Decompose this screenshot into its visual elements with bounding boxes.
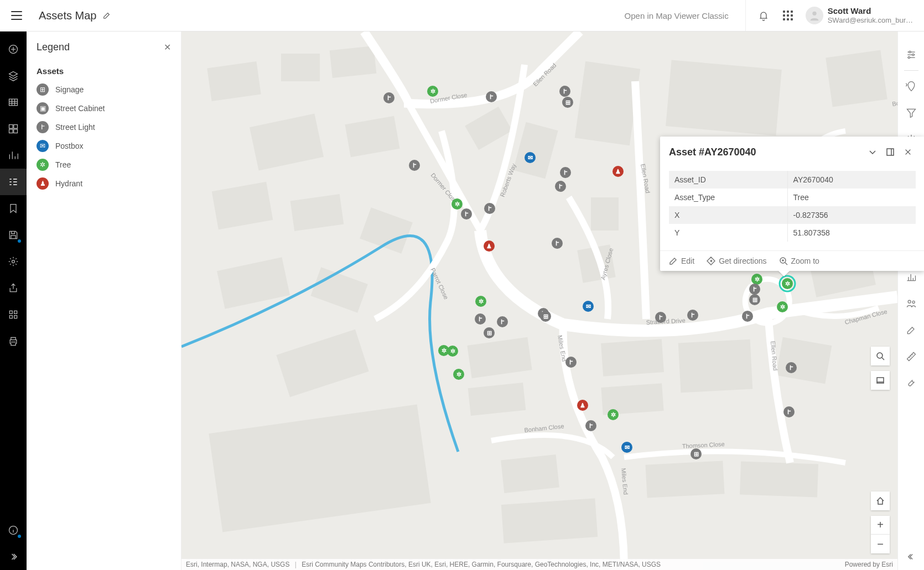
map-marker[interactable]: ✲ (427, 86, 438, 97)
map-marker[interactable]: ⊞ (749, 294, 760, 305)
map-marker[interactable]: Ւ (475, 313, 486, 325)
bookmarks-icon[interactable] (0, 195, 27, 222)
map-marker[interactable]: Ւ (749, 284, 760, 295)
map-marker[interactable]: Ւ (486, 91, 497, 102)
svg-text:Ւ: Ւ (746, 313, 750, 320)
map-marker[interactable]: Ւ (555, 181, 566, 192)
svg-rect-25 (575, 61, 641, 146)
map-marker[interactable]: Ւ (742, 311, 753, 322)
legend-swatch-icon: Ւ (37, 121, 49, 133)
svg-text:Ւ: Ւ (488, 205, 492, 212)
map-marker[interactable]: ⊞ (562, 97, 573, 108)
map-canvas[interactable]: Dormer CloseDormer CloseEllen RoadRobert… (181, 32, 897, 570)
sliders-icon[interactable] (898, 41, 925, 68)
directions-action[interactable]: Get directions (707, 257, 766, 265)
apps-icon[interactable] (0, 301, 27, 328)
svg-point-134 (906, 83, 907, 86)
collaborate-icon[interactable] (898, 290, 925, 317)
svg-rect-35 (740, 462, 818, 498)
map-marker[interactable]: ✲ (451, 198, 463, 210)
map-marker[interactable]: Ւ (409, 160, 420, 171)
map-marker[interactable]: ✲ (475, 296, 486, 307)
map-find-icon[interactable] (871, 347, 890, 365)
save-icon[interactable] (0, 222, 27, 248)
edit-title-icon[interactable] (103, 12, 111, 19)
map-marker[interactable]: Ւ (655, 312, 666, 323)
map-marker[interactable]: ♟ (577, 400, 588, 411)
powered-by[interactable]: Powered by Esri (845, 561, 893, 568)
map-marker[interactable]: Ւ (559, 86, 570, 97)
svg-rect-39 (276, 330, 368, 397)
chevron-down-icon[interactable] (865, 144, 880, 160)
svg-text:♟: ♟ (615, 168, 621, 175)
user-email: SWard@esriuk.com_bur… (828, 16, 913, 25)
layers-icon[interactable] (0, 62, 27, 89)
map-marker[interactable]: ⊞ (540, 311, 551, 322)
svg-rect-16 (250, 113, 324, 170)
add-icon[interactable] (0, 36, 27, 62)
close-legend-icon[interactable]: ✕ (164, 42, 171, 53)
dock-icon[interactable] (883, 144, 898, 160)
map-marker[interactable]: Ւ (560, 167, 571, 178)
measure-icon[interactable] (898, 343, 925, 370)
charts-icon[interactable] (0, 142, 27, 169)
notifications-icon[interactable] (751, 3, 776, 28)
settings-icon[interactable] (0, 248, 27, 275)
map-marker[interactable]: ⊞ (484, 327, 495, 338)
svg-text:Ւ: Ւ (479, 316, 482, 322)
svg-text:⊞: ⊞ (752, 296, 757, 303)
map-marker[interactable]: Ւ (497, 316, 508, 327)
svg-text:✲: ✲ (430, 88, 435, 95)
map-marker[interactable]: ✉ (525, 152, 536, 163)
svg-rect-41 (501, 454, 559, 493)
map-marker[interactable]: ✲ (447, 346, 458, 357)
map-marker[interactable]: ♟ (612, 166, 624, 177)
map-marker[interactable]: Ւ (783, 406, 795, 417)
home-icon[interactable] (871, 491, 890, 510)
share-icon[interactable] (0, 275, 27, 301)
svg-text:Ւ: Ւ (787, 409, 791, 415)
map-marker[interactable]: ✲ (608, 409, 619, 420)
menu-toggle[interactable] (11, 11, 22, 20)
close-popup-icon[interactable] (900, 144, 916, 160)
map-marker[interactable]: Ւ (687, 310, 698, 321)
map-marker[interactable]: ✲ (751, 274, 762, 285)
basemap-icon[interactable] (0, 116, 27, 142)
expand-nav-icon[interactable] (0, 543, 27, 570)
map-marker[interactable]: ✉ (583, 301, 594, 312)
open-classic-link[interactable]: Open in Map Viewer Classic (625, 11, 729, 20)
zoom-in-icon[interactable]: + (871, 516, 890, 535)
map-marker[interactable]: ♟ (484, 240, 495, 252)
svg-rect-34 (646, 461, 725, 498)
map-marker[interactable]: ⊞ (691, 448, 702, 459)
map-marker[interactable]: ✲ (453, 369, 464, 380)
map-marker[interactable]: ✲ (782, 278, 793, 289)
legend-nav-icon[interactable] (0, 169, 27, 195)
map-marker[interactable]: Ւ (565, 357, 577, 368)
map-marker[interactable]: Ւ (786, 362, 797, 373)
tools-icon[interactable] (898, 370, 925, 396)
map-marker[interactable]: Ւ (585, 420, 596, 431)
tables-icon[interactable] (0, 89, 27, 116)
edit-action[interactable]: Edit (669, 257, 694, 265)
zoom-out-icon[interactable]: − (871, 535, 890, 553)
road-label: Bonham Close (524, 423, 564, 433)
app-launcher-icon[interactable] (776, 3, 800, 28)
sketch-icon[interactable] (898, 317, 925, 343)
map-legend-icon[interactable] (871, 371, 890, 390)
map-marker[interactable]: ✉ (621, 442, 632, 453)
svg-rect-26 (591, 197, 619, 231)
collapse-right-icon[interactable] (898, 543, 925, 570)
avatar[interactable] (806, 7, 823, 24)
map-marker[interactable]: ✲ (777, 301, 788, 312)
print-icon[interactable] (0, 328, 27, 354)
svg-rect-28 (467, 337, 532, 379)
map-marker[interactable]: Ւ (552, 238, 563, 249)
info-icon[interactable] (0, 517, 27, 543)
filter-icon[interactable] (898, 100, 925, 126)
zoom-to-action[interactable]: Zoom to (779, 257, 819, 265)
search-location-icon[interactable] (898, 73, 925, 100)
map-marker[interactable]: Ւ (383, 92, 394, 103)
map-marker[interactable]: Ւ (461, 208, 472, 219)
map-marker[interactable]: Ւ (484, 203, 495, 214)
